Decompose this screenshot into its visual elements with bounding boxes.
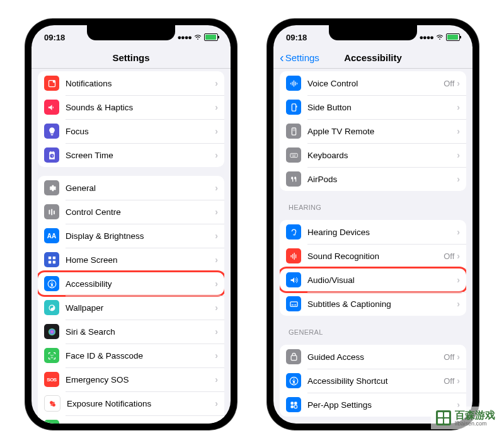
keyboards-icon bbox=[286, 147, 301, 163]
chevron-right-icon: › bbox=[215, 374, 218, 384]
svg-rect-4 bbox=[54, 211, 55, 214]
settings-row-siri-search[interactable]: Siri & Search› bbox=[38, 320, 224, 344]
svg-rect-44 bbox=[291, 355, 297, 361]
content-left[interactable]: Notifications›Sounds & Haptics›Focus›Scr… bbox=[32, 69, 231, 424]
accessibility-shortcut-icon bbox=[286, 373, 301, 388]
chevron-right-icon: › bbox=[215, 183, 218, 193]
row-label: Sound Recognition bbox=[307, 251, 444, 261]
row-label: Wallpaper bbox=[66, 303, 215, 313]
status-indicators: ●●●● bbox=[419, 33, 460, 42]
airpods-icon bbox=[286, 171, 301, 187]
settings-row-sound-recognition[interactable]: Sound RecognitionOff› bbox=[280, 244, 466, 268]
notifications-icon bbox=[44, 76, 59, 91]
settings-row-battery[interactable]: Battery› bbox=[38, 415, 224, 424]
svg-point-15 bbox=[50, 401, 53, 404]
screen-left: 09:18 ●●●● Settings Notifications›Sounds… bbox=[32, 25, 231, 424]
settings-row-control-centre[interactable]: Control Centre› bbox=[38, 200, 224, 224]
settings-group: General›Control Centre›AADisplay & Brigh… bbox=[38, 176, 224, 424]
svg-rect-42 bbox=[291, 304, 293, 305]
control-centre-icon bbox=[44, 204, 59, 219]
svg-rect-37 bbox=[290, 255, 291, 257]
row-label: Screen Time bbox=[66, 151, 215, 160]
svg-point-1 bbox=[52, 80, 55, 83]
settings-row-notifications[interactable]: Notifications› bbox=[38, 71, 224, 95]
settings-row-sounds-haptics[interactable]: Sounds & Haptics› bbox=[38, 95, 224, 119]
battery-icon bbox=[204, 33, 218, 41]
svg-rect-48 bbox=[294, 401, 297, 404]
page-title: Settings bbox=[112, 52, 149, 63]
status-time: 09:18 bbox=[286, 33, 307, 42]
nav-bar: ‹ Settings Accessibility bbox=[273, 47, 472, 69]
svg-rect-50 bbox=[294, 405, 297, 408]
chevron-right-icon: › bbox=[457, 102, 460, 112]
siri-icon bbox=[44, 324, 59, 339]
svg-point-10 bbox=[51, 281, 52, 282]
audio-visual-icon bbox=[286, 272, 301, 287]
svg-point-35 bbox=[295, 154, 295, 154]
settings-row-focus[interactable]: Focus› bbox=[38, 119, 224, 143]
svg-point-33 bbox=[292, 154, 293, 154]
settings-row-exposure-notifications[interactable]: Exposure Notifications› bbox=[38, 391, 224, 415]
settings-row-subtitles-captioning[interactable]: Subtitles & Captioning› bbox=[280, 292, 466, 316]
row-label: Keyboards bbox=[307, 151, 457, 160]
watermark-sub: lfbaisen.com bbox=[455, 420, 495, 427]
settings-row-side-button[interactable]: Side Button› bbox=[280, 95, 466, 119]
content-right[interactable]: Voice ControlOff›Side Button›Apple TV Re… bbox=[273, 69, 472, 424]
svg-rect-3 bbox=[51, 209, 52, 215]
row-label: Subtitles & Captioning bbox=[307, 299, 457, 309]
settings-row-display-brightness[interactable]: AADisplay & Brightness› bbox=[38, 224, 224, 248]
apple-tv-icon bbox=[286, 124, 301, 139]
svg-point-32 bbox=[291, 154, 292, 154]
hearing-icon bbox=[286, 224, 301, 240]
svg-point-16 bbox=[52, 403, 55, 406]
svg-rect-23 bbox=[292, 81, 292, 85]
row-label: Notifications bbox=[66, 79, 215, 88]
svg-rect-26 bbox=[296, 83, 297, 84]
svg-rect-22 bbox=[290, 83, 290, 84]
battery-icon bbox=[44, 420, 59, 424]
svg-rect-41 bbox=[290, 301, 297, 306]
svg-rect-49 bbox=[290, 405, 293, 408]
row-label: Sounds & Haptics bbox=[66, 103, 215, 112]
settings-row-airpods[interactable]: AirPods› bbox=[280, 167, 466, 191]
chevron-right-icon: › bbox=[215, 350, 218, 361]
settings-group: Guided AccessOff›Accessibility ShortcutO… bbox=[280, 345, 466, 417]
settings-row-wallpaper[interactable]: Wallpaper› bbox=[38, 296, 224, 320]
row-label: Control Centre bbox=[66, 207, 215, 217]
chevron-right-icon: › bbox=[457, 126, 460, 136]
settings-row-keyboards[interactable]: Keyboards› bbox=[280, 143, 466, 167]
svg-rect-7 bbox=[48, 260, 50, 263]
row-label: Apple TV Remote bbox=[307, 127, 457, 136]
settings-row-apple-tv-remote[interactable]: Apple TV Remote› bbox=[280, 119, 466, 143]
svg-rect-43 bbox=[294, 304, 296, 305]
settings-row-emergency-sos[interactable]: SOSEmergency SOS› bbox=[38, 367, 224, 391]
row-label: AirPods bbox=[307, 175, 457, 184]
settings-row-voice-control[interactable]: Voice ControlOff› bbox=[280, 71, 466, 95]
settings-row-screen-time[interactable]: Screen Time› bbox=[38, 143, 224, 167]
svg-rect-38 bbox=[292, 253, 293, 258]
row-label: Accessibility bbox=[66, 279, 215, 289]
svg-rect-6 bbox=[52, 256, 55, 258]
chevron-right-icon: › bbox=[215, 78, 218, 88]
settings-row-guided-access[interactable]: Guided AccessOff› bbox=[280, 345, 466, 369]
settings-row-face-id-passcode[interactable]: Face ID & Passcode› bbox=[38, 344, 224, 367]
exposure-icon bbox=[44, 395, 60, 412]
notch bbox=[329, 25, 417, 40]
chevron-right-icon: › bbox=[215, 255, 218, 265]
settings-row-home-screen[interactable]: Home Screen› bbox=[38, 248, 224, 272]
settings-row-general[interactable]: General› bbox=[38, 176, 224, 200]
back-button[interactable]: ‹ Settings bbox=[280, 51, 319, 64]
row-label: Voice Control bbox=[307, 79, 444, 88]
settings-row-accessibility-shortcut[interactable]: Accessibility ShortcutOff› bbox=[280, 369, 466, 393]
per-app-icon bbox=[286, 397, 301, 412]
display-icon: AA bbox=[44, 228, 59, 243]
settings-row-audio-visual[interactable]: Audio/Visual› bbox=[280, 268, 466, 292]
wallpaper-icon bbox=[44, 300, 59, 315]
settings-row-hearing-devices[interactable]: Hearing Devices› bbox=[280, 220, 466, 244]
nav-bar: Settings bbox=[32, 47, 231, 69]
focus-icon bbox=[44, 124, 59, 139]
settings-row-accessibility[interactable]: Accessibility› bbox=[38, 272, 224, 296]
svg-rect-27 bbox=[292, 103, 295, 110]
emergency-icon: SOS bbox=[44, 372, 59, 387]
row-label: Audio/Visual bbox=[307, 275, 457, 285]
